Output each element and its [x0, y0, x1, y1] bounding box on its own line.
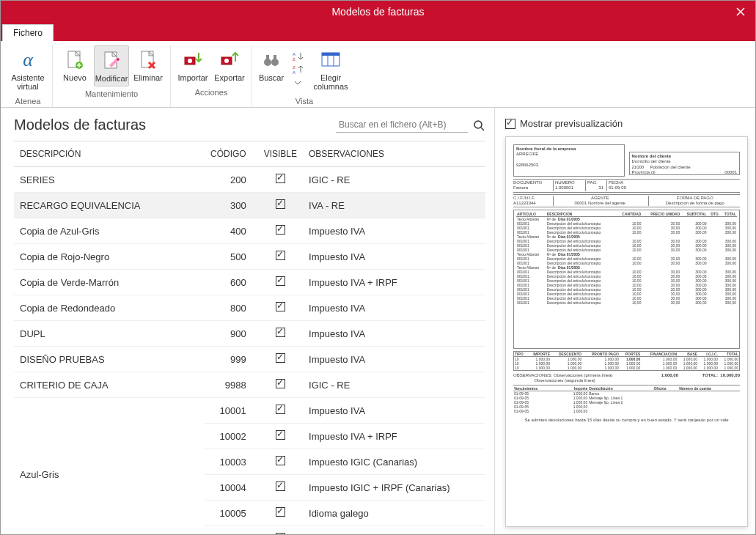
cell-visible [258, 321, 303, 347]
visible-checkbox[interactable] [276, 328, 285, 337]
cell-obs: IGIC - RE [303, 372, 485, 398]
alpha-icon: α [16, 48, 40, 72]
pv-company: Nombre fiscal de la empresa [516, 147, 576, 151]
close-icon [736, 7, 745, 16]
svg-point-8 [224, 59, 229, 63]
table-row[interactable]: Copia de Redondeado800Impuesto IVA [14, 295, 485, 321]
svg-text:α: α [23, 50, 34, 70]
tab-bar: Fichero [1, 23, 755, 41]
col-visible[interactable]: VISIBLE [258, 141, 303, 167]
group-vista-label: Vista [296, 97, 313, 106]
table-row[interactable]: DISEÑO PRUEBAS999Impuesto IVA [14, 347, 485, 372]
cell-desc: Copia de Azul-Gris [14, 218, 205, 244]
pv-fecha: 01-09-05 [609, 185, 632, 191]
binoculars-icon [260, 48, 283, 72]
cell-desc: Copia de Verde-Marrón [14, 270, 205, 295]
cell-code: 600 [205, 270, 258, 295]
table-row[interactable]: Copia de Verde-Marrón600Impuesto IVA + I… [14, 270, 485, 295]
visible-checkbox[interactable] [276, 251, 285, 260]
asistente-label: Asistente virtual [10, 73, 46, 91]
show-preview-checkbox[interactable] [505, 119, 515, 129]
visible-checkbox[interactable] [276, 405, 285, 414]
columnas-button[interactable]: Elegir columnas [309, 45, 352, 94]
table-row[interactable]: RECARGO EQUIVALENCIA300IVA - RE [14, 193, 485, 218]
pv-obs-l: OBSERVACIONES: [513, 373, 552, 377]
visible-checkbox[interactable] [276, 430, 285, 440]
cell-visible [258, 398, 303, 424]
chevron-down-button[interactable] [290, 77, 305, 89]
show-preview-label: Mostrar previsualización [520, 118, 623, 129]
nuevo-button[interactable]: Nuevo [57, 45, 92, 86]
cell-desc: DISEÑO PRUEBAS [14, 347, 205, 372]
table-row[interactable]: Copia de Azul-Gris400Impuesto IVA [14, 218, 485, 244]
close-button[interactable] [726, 1, 755, 23]
visible-checkbox[interactable] [276, 507, 285, 517]
pv-footer: Se admiten devoluciones hasta 15 días de… [513, 418, 740, 423]
col-code[interactable]: CÓDIGO [205, 141, 258, 167]
eliminar-button[interactable]: Eliminar [131, 45, 166, 86]
cell-code: 10001 [205, 398, 258, 424]
ribbon-group-atenea: α Asistente virtual Atenea [4, 45, 53, 107]
svg-text:Z: Z [293, 65, 296, 70]
pv-lines-table: ARTICULO DESCRIPCION CANTIDAD PRECIO UNI… [516, 212, 737, 305]
visible-checkbox[interactable] [276, 174, 285, 183]
pv-fp-l: FORMA DE PAGO [650, 196, 741, 201]
cell-obs: Impuesto IVA [303, 218, 485, 244]
cell-code: 10006 [205, 526, 258, 534]
group-mant-label: Mantenimiento [85, 89, 138, 98]
pv-client-name: Nombre del cliente [632, 154, 672, 158]
modificar-button[interactable]: Modificar [94, 45, 129, 86]
visible-checkbox[interactable] [276, 199, 285, 209]
table-row[interactable]: SERIES200IGIC - RE [14, 167, 485, 193]
table-row[interactable]: DUPL900Impuesto IVA [14, 321, 485, 347]
search-icon [472, 119, 485, 132]
models-table: DESCRIPCIÓN CÓDIGO VISIBLE OBSERVACIONES… [14, 141, 485, 534]
asistente-virtual-button[interactable]: α Asistente virtual [8, 45, 48, 94]
cell-desc: CRITERIO DE CAJA [14, 372, 205, 398]
table-row[interactable]: Azul-Gris10001Impuesto IVA [14, 398, 485, 424]
cell-visible [258, 218, 303, 244]
exportar-button[interactable]: Exportar [212, 45, 247, 85]
pv-num: 1.000001 [555, 185, 582, 191]
importar-button[interactable]: Importar [175, 45, 210, 85]
visible-checkbox[interactable] [276, 353, 285, 363]
cell-visible [258, 475, 303, 501]
search-input[interactable] [336, 117, 468, 133]
tab-fichero[interactable]: Fichero [2, 24, 54, 41]
buscar-button[interactable]: Buscar [257, 45, 286, 94]
exportar-label: Exportar [214, 73, 245, 82]
table-row[interactable]: Copia de Rojo-Negro500Impuesto IVA [14, 244, 485, 270]
page-title: Modelos de facturas [14, 117, 146, 133]
visible-checkbox[interactable] [276, 302, 285, 311]
sort-desc-button[interactable]: ZA [290, 64, 305, 75]
search-button[interactable] [472, 119, 485, 132]
pv-cif-l: C.I.F./N.I.F. [513, 196, 550, 201]
cell-code: 300 [205, 193, 258, 218]
visible-checkbox[interactable] [276, 379, 285, 388]
sort-asc-button[interactable]: AZ [290, 51, 305, 62]
pv-ag-l: AGENTE [555, 196, 645, 201]
pv-cif: A11223344 [513, 201, 550, 206]
svg-rect-11 [266, 55, 269, 59]
visible-checkbox[interactable] [276, 533, 285, 534]
col-desc[interactable]: DESCRIPCIÓN [14, 141, 205, 167]
table-scroll[interactable]: DESCRIPCIÓN CÓDIGO VISIBLE OBSERVACIONES… [14, 141, 485, 534]
cell-visible [258, 526, 303, 534]
table-row[interactable]: CRITERIO DE CAJA9988IGIC - RE [14, 372, 485, 398]
visible-checkbox[interactable] [276, 225, 285, 235]
visible-checkbox[interactable] [276, 276, 285, 286]
col-obs[interactable]: OBSERVACIONES [303, 141, 485, 167]
visible-checkbox[interactable] [276, 482, 285, 491]
svg-text:Z: Z [293, 57, 296, 62]
delete-doc-icon [136, 48, 160, 72]
cell-code: 200 [205, 167, 258, 193]
cell-code: 900 [205, 321, 258, 347]
cell-obs: Impuesto IGIC + IRPF (Canarias) [303, 475, 485, 501]
pv-city: ARRECIFE [516, 152, 538, 156]
pv-pag-l: PAG. [587, 180, 603, 185]
cell-code: 10005 [205, 501, 258, 526]
visible-checkbox[interactable] [276, 456, 285, 465]
cell-obs: Impuesto IVA + IRPF [303, 424, 485, 449]
pv-code: 928062503 [516, 163, 538, 167]
cell-visible [258, 449, 303, 475]
